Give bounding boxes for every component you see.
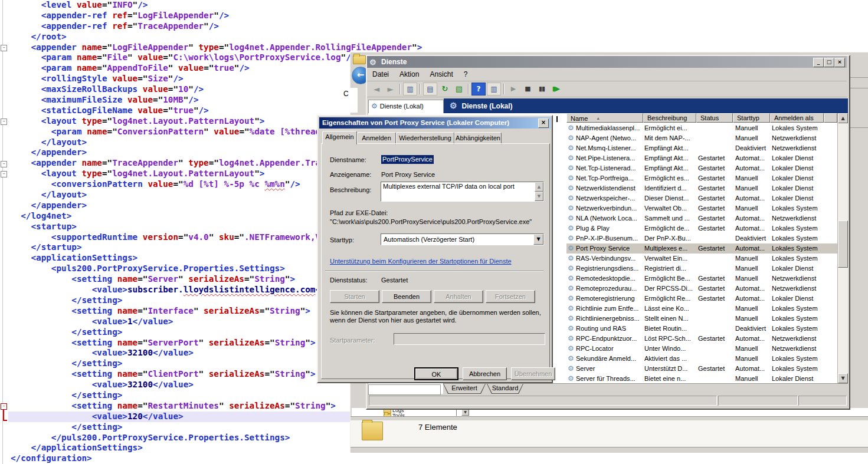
show-console-tree-icon[interactable]: ▥	[403, 83, 417, 96]
chevron-down-icon[interactable]: ▼	[533, 234, 543, 245]
cell-desc: Verwaltet Ein...	[644, 254, 695, 264]
console-window-icon[interactable]: ▥	[487, 83, 501, 96]
description-field[interactable]: Multiplexes external TCP/IP data on loca…	[381, 182, 544, 202]
scroll-down-icon[interactable]: ▼	[535, 192, 543, 201]
vertical-scrollbar[interactable]: ▲ ▼	[837, 113, 848, 383]
service-row[interactable]: ⚙Net.Tcp-Portfreiga...Ermöglicht es...Ge…	[566, 173, 837, 183]
menu-item-ansicht[interactable]: Ansicht	[424, 68, 458, 78]
code-token: ="	[234, 232, 244, 242]
service-row[interactable]: ⚙ServerUnterstützt D...GestartetAutomat.…	[566, 364, 837, 374]
column-header-beschreibung[interactable]: Beschreibung	[643, 113, 696, 123]
service-row[interactable]: ⚙RAS-Verbindungsv...Verwaltet Ein...Manu…	[566, 254, 837, 264]
service-row[interactable]: ⚙Registrierungsdiens...Registriert di...…	[566, 264, 837, 274]
service-status-value: Gestartet	[381, 277, 408, 284]
service-row[interactable]: ⚙NetzwerklistendienstIdentifiziert d...G…	[566, 183, 837, 193]
maximize-button[interactable]: □	[824, 58, 834, 67]
view-tab-standard[interactable]: Standard	[487, 384, 523, 394]
dialog-title-bar[interactable]: Eigenschaften von Port Proxy Service (Lo…	[319, 117, 551, 129]
minimize-button[interactable]: _	[813, 58, 824, 67]
service-row[interactable]: ⚙NLA (Network Loca...Sammelt und ...Gest…	[566, 213, 837, 223]
fold-marker-icon[interactable]: −	[1, 171, 7, 177]
cell-logon: Netzwerkdienst	[772, 143, 836, 153]
startup-options-help-link[interactable]: Unterstützung beim Konfigurieren der Sta…	[330, 258, 512, 265]
code-token: name	[77, 63, 97, 73]
service-row[interactable]: ⚙RPC-Endpunktzuor...Löst RPC-Sch...Gesta…	[566, 334, 837, 344]
cell-logon: Netzwerkdienst	[772, 213, 836, 223]
scrollbar-thumb[interactable]	[838, 221, 848, 268]
service-gear-icon: ⚙	[568, 284, 574, 294]
service-row[interactable]: ⚙Routing und RASBietet Routin...Deaktivi…	[566, 324, 837, 334]
cell-logon: Netzwerkdienst	[772, 284, 836, 294]
cell-desc: Bietet eine n...	[644, 374, 695, 383]
stop-service-icon[interactable]: ■	[521, 83, 534, 95]
menu-item-help[interactable]: ?	[458, 68, 473, 78]
service-row[interactable]: ⚙PnP-X-IP-Busenum...Der PnP-X-Bu...Deakt…	[566, 233, 837, 243]
tab-wiederherstellung[interactable]: Wiederherstellung	[396, 132, 454, 144]
service-row[interactable]: ⚙Richtlinie zum Entfe...Lässt eine Ko...…	[566, 304, 837, 314]
column-header-anmeldenals[interactable]: Anmelden als	[770, 113, 824, 123]
start-service-icon[interactable]: ▶	[507, 83, 520, 95]
code-token: %m%n	[264, 179, 284, 189]
restart-service-icon[interactable]: ▮▶	[549, 83, 562, 95]
cell-start: Manuell	[735, 264, 769, 274]
service-row[interactable]: ⚙Remoteprozedurau...Der RPCSS-Di...Gesta…	[566, 284, 837, 294]
code-token: "	[214, 11, 219, 20]
service-row[interactable]: ⚙RPC-LocatorUnter Windo...ManuellNetzwer…	[566, 344, 837, 354]
startup-type-select[interactable]: Automatisch (Verzögerter Start) ▼	[381, 233, 544, 245]
close-icon[interactable]: ×	[538, 119, 549, 128]
view-tab-erweitert[interactable]: Erweitert	[443, 384, 486, 394]
menu-item-datei[interactable]: Datei	[367, 68, 394, 78]
service-row[interactable]: ⚙Richtlinienergebniss...Stellt einen N..…	[566, 314, 837, 324]
fold-marker-icon[interactable]: −	[1, 45, 7, 51]
cell-status: Gestartet	[698, 213, 732, 223]
service-row[interactable]: ⚙Remotedesktopdie...Ermöglicht Be...Gest…	[566, 274, 837, 284]
service-row[interactable]: ⚙Server für Threads...Bietet eine n...Ma…	[566, 374, 837, 383]
forward-icon[interactable]: ►	[384, 83, 397, 95]
tab-abhangigkeiten[interactable]: Abhängigkeiten	[454, 132, 502, 144]
service-row[interactable]: ⚙Plug & PlayErmöglicht de...GestartetAut…	[566, 223, 837, 233]
code-token: <value>	[11, 285, 127, 294]
service-row[interactable]: ⚙Netzwerkverbindun...Verwaltet Ob...Gest…	[566, 203, 837, 213]
properties-icon[interactable]: ▤	[423, 83, 437, 96]
ok-button[interactable]: OK	[414, 367, 458, 380]
fold-marker-icon[interactable]: −	[1, 161, 7, 167]
cell-name: Net.Pipe-Listenera...	[576, 153, 642, 163]
tab-anmelden[interactable]: Anmelden	[357, 132, 396, 144]
help-icon[interactable]: ?	[471, 83, 486, 96]
scroll-up-icon[interactable]: ▲	[838, 113, 848, 123]
column-header-status[interactable]: Status	[696, 113, 733, 123]
column-header-starttyp[interactable]: Starttyp	[733, 113, 770, 123]
code-token: />	[239, 63, 249, 73]
services-title-bar[interactable]: ⚙ Dienste _□×	[367, 56, 847, 68]
back-icon[interactable]: ◄	[370, 83, 383, 95]
service-row[interactable]: ⚙Multimediaklassenpl...Ermöglicht ei...M…	[566, 123, 837, 133]
export-list-icon[interactable]: ▧	[453, 83, 466, 95]
tab-allgemein[interactable]: Allgemein	[322, 131, 357, 144]
column-header-name[interactable]: Name▲	[566, 113, 643, 123]
service-row[interactable]: ⚙RemoteregistrierungErmöglicht Re...Gest…	[566, 294, 837, 304]
code-token: TraceAppender	[112, 158, 178, 167]
scroll-down-icon[interactable]: ▼	[838, 373, 848, 383]
start-params-input[interactable]	[394, 333, 545, 345]
service-row[interactable]: ⚙Net.Tcp-Listenerad...Empfängt Akt...Ges…	[566, 163, 837, 173]
service-row[interactable]: ⚙Netzwerkspeicher-...Dieser Dienst...Ges…	[566, 193, 837, 203]
code-token: ="	[137, 338, 148, 347]
abbrechen-button[interactable]: Abbrechen	[463, 367, 507, 380]
menu-item-aktion[interactable]: Aktion	[394, 68, 424, 78]
service-row[interactable]: ⚙NAP-Agent (Netwo...Mit dem NAP-...Manue…	[566, 133, 837, 143]
code-token: </startup>	[11, 242, 82, 252]
service-row[interactable]: ⚙Net.Msmq-Listener...Empfängt Akt...Deak…	[566, 143, 837, 153]
service-row[interactable]: ⚙Net.Pipe-Listenera...Empfängt Akt...Ges…	[566, 153, 837, 163]
tree-root-item[interactable]: ⚙Dienste (Lokal)	[368, 100, 444, 114]
cell-status	[698, 324, 732, 334]
service-row[interactable]: ⚙Port Proxy ServiceMultiplexes e...Gesta…	[566, 243, 837, 254]
scroll-up-icon[interactable]: ▲	[535, 182, 543, 192]
fold-marker-icon[interactable]: −	[1, 119, 7, 125]
service-row[interactable]: ⚙Sekundäre Anmeld...Aktiviert das ...Man…	[566, 354, 837, 364]
pause-service-icon[interactable]: ▮▮	[535, 83, 548, 95]
services-table[interactable]: Name▲BeschreibungStatusStarttypAnmelden …	[566, 113, 848, 383]
code-token: 10MB	[163, 95, 183, 104]
close-button[interactable]: ×	[834, 58, 845, 67]
beenden-button[interactable]: Beenden	[382, 290, 431, 303]
refresh-icon[interactable]: ↻	[438, 83, 451, 95]
